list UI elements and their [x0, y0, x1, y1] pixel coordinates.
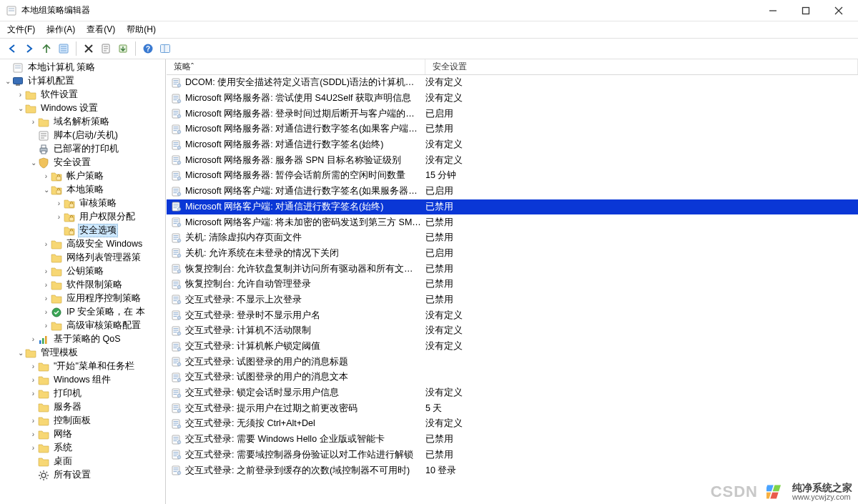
tree-node[interactable]: ›审核策略	[0, 197, 165, 210]
list-body[interactable]: DCOM: 使用安全描述符定义语言(SDDL)语法的计算机启动...没有定义Mi…	[167, 75, 858, 504]
policy-row[interactable]: 交互式登录: 锁定会话时显示用户信息没有定义	[167, 385, 858, 401]
policy-row[interactable]: 交互式登录: 登录时不显示用户名没有定义	[167, 307, 858, 323]
tree-node[interactable]: ›高级审核策略配置	[0, 319, 165, 332]
toolbar-show-hide-button[interactable]	[157, 41, 173, 56]
tree-node[interactable]: ›基于策略的 QoS	[0, 332, 165, 346]
tree-twisty-icon[interactable]: ›	[41, 322, 51, 330]
tree-node[interactable]: 本地计算机 策略	[0, 61, 165, 74]
tree-pane[interactable]: 本地计算机 策略⌄计算机配置›软件设置⌄Windows 设置›域名解析策略脚本(…	[0, 59, 166, 504]
tree-twisty-icon[interactable]: ›	[41, 308, 51, 316]
tree-twisty-icon[interactable]: ›	[29, 118, 38, 126]
tree-twisty-icon[interactable]: ›	[29, 376, 38, 384]
policy-row[interactable]: 交互式登录: 无须按 Ctrl+Alt+Del没有定义	[167, 416, 858, 432]
tree-twisty-icon[interactable]: ›	[16, 91, 25, 99]
tree-twisty-icon[interactable]: ⌄	[41, 186, 51, 194]
policy-row[interactable]: 交互式登录: 计算机帐户锁定阈值没有定义	[167, 339, 858, 355]
tree-twisty-icon[interactable]: ›	[29, 335, 38, 343]
tree-twisty-icon[interactable]: ⌄	[29, 159, 38, 167]
tree-node[interactable]: ⌄管理模板	[0, 346, 165, 360]
policy-row[interactable]: Microsoft 网络客户端: 对通信进行数字签名(始终)已禁用	[167, 199, 858, 215]
tree-twisty-icon[interactable]: ›	[41, 281, 51, 289]
tree-node[interactable]: ›域名解析策略	[0, 115, 165, 129]
tree-node[interactable]: ›高级安全 Windows	[0, 237, 165, 251]
tree-node[interactable]: ⌄计算机配置	[0, 74, 165, 88]
tree-twisty-icon[interactable]: ›	[29, 362, 38, 370]
policy-row[interactable]: 交互式登录: 计算机不活动限制没有定义	[167, 323, 858, 339]
toolbar-nav-forward-button[interactable]	[21, 41, 37, 56]
policy-row[interactable]: 关机: 允许系统在未登录的情况下关闭已启用	[167, 246, 858, 262]
menu-view[interactable]: 查看(V)	[81, 22, 121, 37]
tree-node[interactable]: 已部署的打印机	[0, 142, 165, 156]
policy-row[interactable]: Microsoft 网络服务器: 对通信进行数字签名(始终)没有定义	[167, 137, 858, 153]
tree-node[interactable]: ›软件限制策略	[0, 278, 165, 292]
tree-node[interactable]: ›应用程序控制策略	[0, 292, 165, 305]
tree-node[interactable]: ›控制面板	[0, 414, 165, 428]
menu-help[interactable]: 帮助(H)	[121, 22, 162, 37]
tree-node[interactable]: ›网络	[0, 428, 165, 441]
tree-twisty-icon[interactable]: ›	[41, 267, 51, 275]
tree-twisty-icon[interactable]: ⌄	[3, 77, 12, 85]
policy-row[interactable]: Microsoft 网络服务器: 登录时间过期后断开与客户端的连接已启用	[167, 106, 858, 122]
window-close-button[interactable]	[822, 0, 855, 21]
tree-node[interactable]: 安全选项	[0, 224, 165, 237]
policy-row[interactable]: Microsoft 网络服务器: 尝试使用 S4U2Self 获取声明信息没有定…	[167, 91, 858, 107]
tree-twisty-icon[interactable]: ⌄	[16, 349, 25, 357]
menu-file[interactable]: 文件(F)	[1, 22, 41, 37]
policy-row[interactable]: Microsoft 网络服务器: 暂停会话前所需的空闲时间数量15 分钟	[167, 168, 858, 184]
tree-node[interactable]: ›公钥策略	[0, 265, 165, 278]
tree-node[interactable]: 所有设置	[0, 468, 165, 482]
policy-row[interactable]: DCOM: 使用安全描述符定义语言(SDDL)语法的计算机启动...没有定义	[167, 75, 858, 91]
toolbar-nav-back-button[interactable]	[4, 41, 20, 56]
tree-node[interactable]: 服务器	[0, 400, 165, 414]
tree-node[interactable]: ›用户权限分配	[0, 210, 165, 224]
policy-row[interactable]: 恢复控制台: 允许自动管理登录已禁用	[167, 277, 858, 292]
tree-node[interactable]: ›Windows 组件	[0, 373, 165, 387]
tree-twisty-icon[interactable]: ›	[29, 444, 38, 452]
tree-node[interactable]: ›IP 安全策略，在 本	[0, 305, 165, 319]
policy-row[interactable]: Microsoft 网络客户端: 对通信进行数字签名(如果服务器允许)已启用	[167, 184, 858, 199]
policy-row[interactable]: 交互式登录: 提示用户在过期之前更改密码5 天	[167, 400, 858, 416]
tree-twisty-icon[interactable]: ›	[54, 199, 64, 207]
tree-node[interactable]: ⌄本地策略	[0, 183, 165, 197]
tree-node[interactable]: ⌄安全设置	[0, 156, 165, 169]
tree-node[interactable]: ⌄Windows 设置	[0, 102, 165, 115]
tree-node[interactable]: 脚本(启动/关机)	[0, 129, 165, 142]
menu-action[interactable]: 操作(A)	[41, 22, 81, 37]
policy-row[interactable]: Microsoft 网络服务器: 服务器 SPN 目标名称验证级别没有定义	[167, 152, 858, 168]
tree-twisty-icon[interactable]: ›	[41, 295, 51, 302]
policy-row[interactable]: 交互式登录: 试图登录的用户的消息文本	[167, 370, 858, 385]
policy-row[interactable]: 恢复控制台: 允许软盘复制并访问所有驱动器和所有文件夹已禁用	[167, 261, 858, 277]
policy-row[interactable]: Microsoft 网络客户端: 将未加密的密码发送到第三方 SMB ...已禁…	[167, 214, 858, 230]
policy-row[interactable]: 交互式登录: 需要域控制器身份验证以对工作站进行解锁已禁用	[167, 448, 858, 463]
tree-twisty-icon[interactable]: ›	[29, 417, 38, 425]
tree-twisty-icon[interactable]: ›	[41, 172, 51, 180]
tree-twisty-icon[interactable]: ›	[54, 213, 64, 221]
policy-row[interactable]: 交互式登录: 需要 Windows Hello 企业版或智能卡已禁用	[167, 432, 858, 448]
tree-node[interactable]: ›打印机	[0, 387, 165, 400]
policy-row[interactable]: 交互式登录: 之前登录到缓存的次数(域控制器不可用时)10 登录	[167, 463, 858, 478]
policy-row[interactable]: Microsoft 网络服务器: 对通信进行数字签名(如果客户端允许)已禁用	[167, 122, 858, 137]
tree-node[interactable]: ›"开始"菜单和任务栏	[0, 360, 165, 373]
window-maximize-button[interactable]	[789, 0, 822, 21]
tree-twisty-icon[interactable]: ›	[29, 430, 38, 438]
tree-twisty-icon[interactable]: ›	[41, 240, 51, 248]
toolbar-properties-button[interactable]	[98, 41, 114, 56]
tree-node[interactable]: ›软件设置	[0, 88, 165, 102]
toolbar-delete-button[interactable]	[81, 41, 97, 56]
policy-row[interactable]: 交互式登录: 试图登录的用户的消息标题	[167, 354, 858, 370]
tree-node[interactable]: ›帐户策略	[0, 169, 165, 183]
toolbar-nav-up-button[interactable]	[39, 41, 54, 56]
tree-twisty-icon[interactable]: ›	[29, 390, 38, 397]
toolbar-list-button[interactable]	[56, 41, 72, 56]
policy-row[interactable]: 关机: 清除虚拟内存页面文件已禁用	[167, 230, 858, 246]
toolbar-help-button[interactable]	[140, 41, 156, 56]
column-setting[interactable]: 安全设置	[425, 59, 858, 74]
tree-node[interactable]: 网络列表管理器策	[0, 251, 165, 265]
window-minimize-button[interactable]	[756, 0, 789, 21]
tree-node[interactable]: 桌面	[0, 455, 165, 468]
column-policy[interactable]: 策略 ˆ	[167, 59, 425, 74]
policy-row[interactable]: 交互式登录: 不显示上次登录已禁用	[167, 292, 858, 308]
tree-node[interactable]: ›系统	[0, 441, 165, 455]
toolbar-export-button[interactable]	[115, 41, 131, 56]
tree-twisty-icon[interactable]: ⌄	[16, 104, 25, 112]
